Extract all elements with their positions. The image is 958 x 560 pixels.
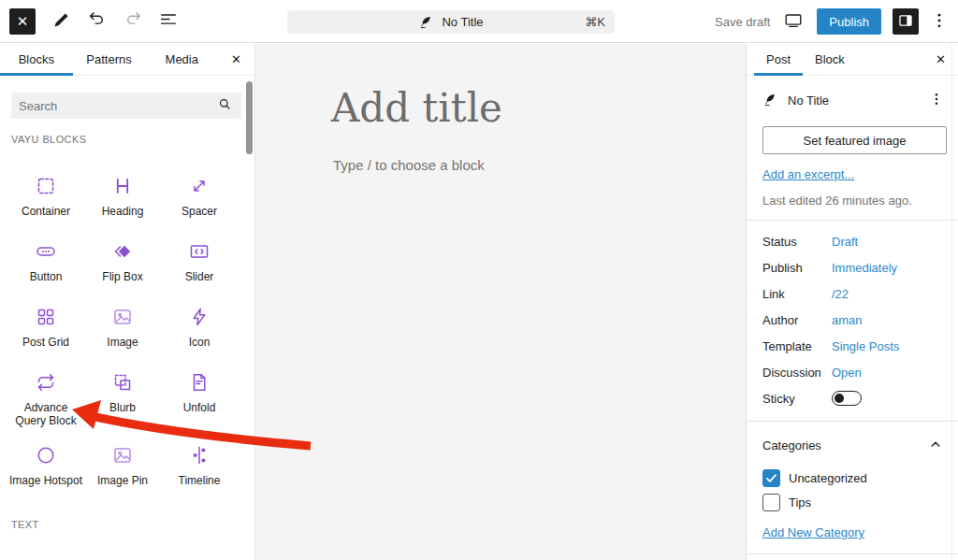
block-item-blurb[interactable]: Blurb bbox=[84, 354, 161, 427]
inserter-close-button[interactable]: ✕ bbox=[218, 44, 254, 75]
redo-button[interactable] bbox=[118, 7, 148, 36]
undo-button[interactable] bbox=[82, 7, 112, 36]
command-center-title: No Title bbox=[442, 15, 483, 29]
block-item-button[interactable]: Button bbox=[7, 223, 84, 289]
redo-icon bbox=[123, 9, 143, 33]
post-field-template: TemplateSingle Posts bbox=[762, 333, 942, 359]
add-excerpt-link[interactable]: Add an excerpt... bbox=[762, 167, 854, 181]
sidebar-close-button[interactable]: ✕ bbox=[923, 44, 958, 75]
sticky-toggle[interactable] bbox=[832, 391, 862, 406]
publish-value[interactable]: Immediately bbox=[832, 261, 897, 275]
block-label: Image Hotspot bbox=[9, 474, 82, 487]
command-center[interactable]: No Title ⌘K bbox=[287, 10, 615, 34]
post-actions-menu-button[interactable] bbox=[921, 87, 952, 114]
tab-post[interactable]: Post bbox=[754, 44, 803, 75]
categories-title: Categories bbox=[762, 438, 821, 452]
author-value[interactable]: aman bbox=[832, 313, 863, 327]
category-item-tips: Tips bbox=[762, 494, 958, 511]
collapse-categories-button[interactable] bbox=[926, 435, 945, 456]
field-label: Link bbox=[762, 287, 832, 301]
block-item-icon[interactable]: Icon bbox=[161, 289, 238, 354]
tab-media[interactable]: Media bbox=[145, 44, 218, 75]
checked-checkbox[interactable] bbox=[762, 469, 780, 487]
block-item-spacer[interactable]: Spacer bbox=[161, 158, 238, 223]
block-item-timeline[interactable]: Timeline bbox=[161, 427, 238, 493]
block-item-flip-box[interactable]: Flip Box bbox=[84, 223, 161, 289]
block-label: Container bbox=[22, 205, 70, 218]
button-icon bbox=[35, 240, 57, 263]
category-item-uncategorized: Uncategorized bbox=[762, 469, 958, 487]
chevron-up-icon bbox=[926, 435, 945, 456]
template-value[interactable]: Single Posts bbox=[832, 339, 899, 353]
block-label: Image Pin bbox=[97, 474, 148, 487]
tab-patterns[interactable]: Patterns bbox=[73, 44, 146, 75]
post-quill-icon bbox=[762, 92, 778, 110]
category-list: Uncategorized Tips bbox=[762, 469, 958, 511]
block-item-heading[interactable]: Heading bbox=[84, 158, 161, 223]
tab-block[interactable]: Block bbox=[803, 44, 857, 75]
block-label: Spacer bbox=[181, 205, 217, 218]
discussion-value[interactable]: Open bbox=[832, 366, 862, 380]
link-value[interactable]: /22 bbox=[832, 287, 849, 301]
close-editor-button[interactable]: ✕ bbox=[9, 8, 36, 35]
image-icon bbox=[111, 306, 134, 328]
edit-mode-button[interactable] bbox=[47, 7, 77, 36]
settings-sidebar-toggle[interactable] bbox=[893, 8, 919, 35]
sidebar-panel-icon bbox=[896, 11, 915, 33]
field-label: Sticky bbox=[762, 392, 832, 406]
post-field-author: Authoraman bbox=[762, 307, 942, 333]
block-item-image-pin[interactable]: Image Pin bbox=[84, 427, 161, 493]
field-label: Discussion bbox=[762, 366, 832, 380]
spacer-icon bbox=[188, 175, 210, 197]
preview-button[interactable] bbox=[781, 7, 806, 36]
lightning-icon bbox=[188, 306, 210, 328]
field-label: Publish bbox=[762, 261, 832, 275]
options-menu-button[interactable] bbox=[930, 7, 949, 36]
field-label: Template bbox=[762, 339, 832, 353]
tags-panel-header[interactable]: Tags bbox=[747, 554, 958, 560]
search-input[interactable] bbox=[19, 99, 216, 113]
unchecked-checkbox[interactable] bbox=[762, 494, 780, 511]
block-item-post-grid[interactable]: Post Grid bbox=[7, 289, 84, 354]
add-new-category-link[interactable]: Add New Category bbox=[762, 525, 864, 539]
block-item-container[interactable]: Container bbox=[7, 158, 84, 223]
block-item-image[interactable]: Image bbox=[84, 289, 161, 354]
post-summary-title: No Title bbox=[788, 93, 911, 108]
topbar-actions: Save draft Publish bbox=[715, 0, 949, 43]
save-draft-button[interactable]: Save draft bbox=[715, 15, 770, 29]
block-inserter-panel: BlocksPatternsMedia ✕ VAYU BLOCKS Contai… bbox=[0, 44, 255, 560]
timeline-icon bbox=[188, 444, 210, 467]
block-label: Unfold bbox=[183, 401, 216, 414]
tab-blocks[interactable]: Blocks bbox=[0, 44, 73, 75]
editor-canvas: Add title Type / to choose a block bbox=[256, 44, 746, 560]
block-item-slider[interactable]: Slider bbox=[161, 223, 238, 289]
heading-icon bbox=[111, 175, 134, 197]
post-field-status: StatusDraft bbox=[762, 228, 942, 254]
block-item-unfold[interactable]: Unfold bbox=[161, 354, 238, 427]
publish-button[interactable]: Publish bbox=[817, 8, 881, 35]
image-pin-icon bbox=[111, 444, 134, 467]
pencil-icon bbox=[51, 9, 72, 33]
set-featured-image-button[interactable]: Set featured image bbox=[762, 126, 947, 154]
status-value[interactable]: Draft bbox=[832, 235, 858, 249]
block-label: Advance Query Block bbox=[8, 401, 83, 427]
post-title-placeholder[interactable]: Add title bbox=[331, 85, 502, 131]
post-field-sticky: Sticky bbox=[762, 385, 942, 411]
block-item-image-hotspot[interactable]: Image Hotspot bbox=[7, 427, 84, 493]
block-item-advance-query-block[interactable]: Advance Query Block bbox=[7, 354, 84, 427]
categories-panel-header[interactable]: Categories bbox=[747, 422, 958, 456]
container-icon bbox=[35, 175, 57, 197]
block-label: Icon bbox=[189, 336, 210, 349]
close-icon: ✕ bbox=[17, 14, 29, 28]
panel-scrollbar[interactable] bbox=[246, 81, 253, 154]
block-placeholder[interactable]: Type / to choose a block bbox=[333, 157, 485, 173]
last-edited-text: Last edited 26 minutes ago. bbox=[762, 194, 942, 208]
advance-query-icon bbox=[35, 371, 57, 394]
block-label: Heading bbox=[102, 205, 144, 218]
post-field-publish: PublishImmediately bbox=[762, 254, 942, 280]
search-icon bbox=[216, 95, 234, 117]
flip-box-icon bbox=[111, 240, 134, 263]
scrollbar-track bbox=[951, 44, 952, 560]
document-overview-button[interactable] bbox=[153, 7, 183, 36]
field-label: Author bbox=[762, 313, 832, 327]
